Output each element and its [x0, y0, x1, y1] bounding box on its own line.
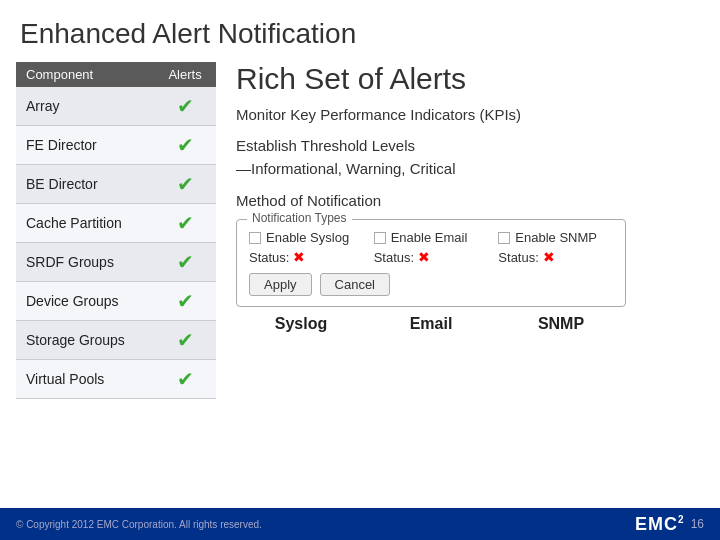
table-cell-component: Virtual Pools — [16, 360, 154, 399]
checkmark-icon: ✔ — [177, 95, 194, 117]
cancel-button[interactable]: Cancel — [320, 273, 390, 296]
establish-line2: —Informational, Warning, Critical — [236, 158, 704, 181]
checkmark-icon: ✔ — [177, 212, 194, 234]
label-enable-syslog: Enable Syslog — [266, 230, 349, 245]
footer-label-email: Email — [366, 315, 496, 333]
notif-col-syslog: Enable Syslog Status: ✖ — [249, 230, 364, 265]
footer-copyright: © Copyright 2012 EMC Corporation. All ri… — [16, 519, 262, 530]
col-header-component: Component — [16, 62, 154, 87]
table-row: SRDF Groups✔ — [16, 243, 216, 282]
table-cell-component: FE Director — [16, 126, 154, 165]
table-cell-component: SRDF Groups — [16, 243, 154, 282]
table-cell-component: Device Groups — [16, 282, 154, 321]
notif-label-snmp: Enable SNMP — [498, 230, 597, 245]
table-row: BE Director✔ — [16, 165, 216, 204]
status-email: Status: ✖ — [374, 249, 430, 265]
footer-right: EMC2 16 — [635, 514, 704, 535]
checkmark-icon: ✔ — [177, 251, 194, 273]
table-row: Storage Groups✔ — [16, 321, 216, 360]
table-cell-alert: ✔ — [154, 126, 216, 165]
table-cell-alert: ✔ — [154, 165, 216, 204]
establish-line1: Establish Threshold Levels — [236, 135, 704, 158]
table-cell-alert: ✔ — [154, 204, 216, 243]
table-cell-alert: ✔ — [154, 360, 216, 399]
main-content: Component Alerts Array✔FE Director✔BE Di… — [0, 62, 720, 399]
notification-box: Notification Types Enable Syslog Status:… — [236, 219, 626, 307]
table-cell-alert: ✔ — [154, 282, 216, 321]
table-cell-component: Cache Partition — [16, 204, 154, 243]
status-label-email: Status: — [374, 250, 414, 265]
table-row: Device Groups✔ — [16, 282, 216, 321]
checkbox-snmp[interactable] — [498, 232, 510, 244]
table-cell-component: BE Director — [16, 165, 154, 204]
checkmark-icon: ✔ — [177, 134, 194, 156]
apply-button[interactable]: Apply — [249, 273, 312, 296]
table-cell-component: Array — [16, 87, 154, 126]
table-row: Array✔ — [16, 87, 216, 126]
monitor-line: Monitor Key Performance Indicators (KPIs… — [236, 106, 704, 123]
checkmark-icon: ✔ — [177, 329, 194, 351]
rich-set-title: Rich Set of Alerts — [236, 62, 704, 96]
label-enable-email: Enable Email — [391, 230, 468, 245]
notif-col-snmp: Enable SNMP Status: ✖ — [498, 230, 613, 265]
table-cell-component: Storage Groups — [16, 321, 154, 360]
table-row: FE Director✔ — [16, 126, 216, 165]
status-icon-snmp: ✖ — [543, 249, 555, 265]
notif-label-email: Enable Email — [374, 230, 468, 245]
status-label-snmp: Status: — [498, 250, 538, 265]
checkmark-icon: ✔ — [177, 290, 194, 312]
right-content: Rich Set of Alerts Monitor Key Performan… — [236, 62, 704, 399]
notif-col-email: Enable Email Status: ✖ — [374, 230, 489, 265]
status-icon-syslog: ✖ — [293, 249, 305, 265]
checkmark-icon: ✔ — [177, 173, 194, 195]
notif-footer: Syslog Email SNMP — [236, 315, 626, 333]
table-cell-alert: ✔ — [154, 321, 216, 360]
table-row: Virtual Pools✔ — [16, 360, 216, 399]
footer-label-snmp: SNMP — [496, 315, 626, 333]
method-line: Method of Notification — [236, 192, 704, 209]
checkmark-icon: ✔ — [177, 368, 194, 390]
page-title: Enhanced Alert Notification — [0, 0, 720, 62]
button-row: Apply Cancel — [249, 273, 613, 296]
footer: © Copyright 2012 EMC Corporation. All ri… — [0, 508, 720, 540]
checkbox-email[interactable] — [374, 232, 386, 244]
label-enable-snmp: Enable SNMP — [515, 230, 597, 245]
table-cell-alert: ✔ — [154, 87, 216, 126]
status-icon-email: ✖ — [418, 249, 430, 265]
component-table: Component Alerts Array✔FE Director✔BE Di… — [16, 62, 216, 399]
status-snmp: Status: ✖ — [498, 249, 554, 265]
notification-legend: Notification Types — [247, 211, 352, 225]
emc-sup: 2 — [678, 514, 685, 525]
footer-label-syslog: Syslog — [236, 315, 366, 333]
checkbox-syslog[interactable] — [249, 232, 261, 244]
establish-block: Establish Threshold Levels —Informationa… — [236, 135, 704, 180]
notif-label-syslog: Enable Syslog — [249, 230, 349, 245]
col-header-alerts: Alerts — [154, 62, 216, 87]
notif-labels-row: Enable Syslog Status: ✖ Enable Email Sta… — [249, 230, 613, 265]
table-row: Cache Partition✔ — [16, 204, 216, 243]
status-label-syslog: Status: — [249, 250, 289, 265]
table-cell-alert: ✔ — [154, 243, 216, 282]
status-syslog: Status: ✖ — [249, 249, 305, 265]
footer-page: 16 — [691, 517, 704, 531]
emc-logo: EMC2 — [635, 514, 685, 535]
